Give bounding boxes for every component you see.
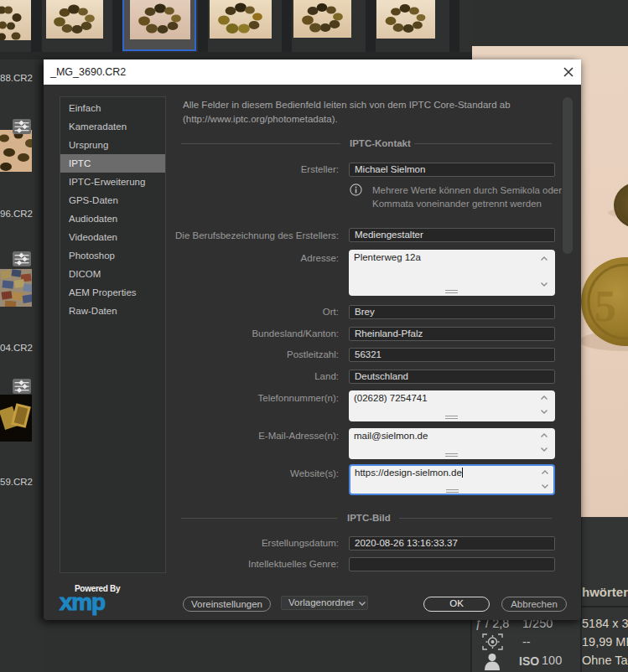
svg-text:5: 5 — [594, 282, 616, 330]
